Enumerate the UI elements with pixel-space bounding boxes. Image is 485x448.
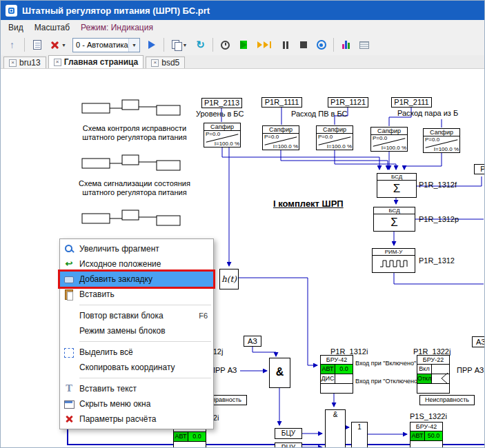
sapfir-i-value: I=100.0 % <box>215 141 239 147</box>
empty-icon <box>63 362 75 373</box>
menu-item-zoom-fragment[interactable]: Увеличить фрагмент <box>60 241 213 256</box>
tools-dropdown-button[interactable]: ▼ <box>46 37 70 53</box>
rim-block[interactable]: РИМ-У <box>372 248 415 273</box>
refresh-button[interactable]: ↻ <box>192 37 209 53</box>
value-cell: 0.0 <box>335 365 353 374</box>
toolbar: ↑ ▼ 0 - Автоматика ▼ ▼ ↻ <box>1 34 484 55</box>
sapfir-title: Сапфир <box>263 126 299 134</box>
sapfir-block-1[interactable]: Сапфир P=0.0I=100.0 % <box>204 123 241 147</box>
toolbar-separator <box>212 38 213 52</box>
bsd-block-1[interactable]: БСД Σ <box>377 173 417 198</box>
bru42-block-bottom-right[interactable]: БРУ-42 АВТ50.0 <box>410 422 443 447</box>
bru22-block[interactable]: БРУ-22 Вкл Откл <box>417 355 450 394</box>
menu-view[interactable]: Вид <box>3 21 29 34</box>
step-bar-icon <box>270 41 271 48</box>
menu-item-paste[interactable]: Вставить <box>60 287 213 302</box>
tab-bru13[interactable]: × bru13 <box>3 57 46 68</box>
pause-button[interactable] <box>277 37 294 53</box>
stop-button[interactable] <box>295 37 312 53</box>
az-box-right[interactable]: АЗ <box>472 336 484 347</box>
tag-box-p1r1121[interactable]: P1R_1121 <box>328 97 368 108</box>
menu-item-label: Вставить текст <box>79 384 137 394</box>
tag-box-p1r1111[interactable]: P1R_1111 <box>261 97 302 108</box>
menu-mode-indicator[interactable]: Режим: Индикация <box>75 21 159 34</box>
caption-flow-pv: Расход ПВ в БС <box>291 110 348 118</box>
paste-icon <box>63 289 75 300</box>
and-gate-bottom[interactable]: & <box>325 409 346 447</box>
menu-item-block-replace-mode[interactable]: Режим замены блоков <box>60 323 213 338</box>
az-box-left[interactable]: АЗ <box>244 336 261 347</box>
bru-header: БРУ-22 <box>417 356 449 365</box>
tab-bsd5[interactable]: × bsd5 <box>146 57 185 68</box>
menu-item-add-bookmark[interactable]: Добавить закладку <box>60 272 213 287</box>
undo-arrow-icon: ↩ <box>63 258 75 269</box>
tag-box-clipped-right[interactable]: P1R <box>474 164 484 174</box>
sapfir-block-4[interactable]: Сапфир P=0.0I=100.0 % <box>370 127 408 152</box>
sapfir-i-value: I=100.0 % <box>273 143 298 150</box>
step-button[interactable] <box>253 37 276 53</box>
report-button[interactable] <box>28 37 46 53</box>
scheme-canvas[interactable]: Схема контроля исправности штатного регу… <box>1 69 484 447</box>
prr-az-label-right: ПРР АЗ <box>457 366 484 374</box>
sigma-symbol: Σ <box>374 214 415 230</box>
sapfir-title: Сапфир <box>317 126 353 134</box>
table-button[interactable] <box>355 37 373 53</box>
refresh-icon: ↻ <box>196 39 205 51</box>
menu-separator <box>79 341 211 342</box>
mode-select-value: 0 - Автоматика <box>73 41 128 49</box>
sapfir-block-5[interactable]: Сапфир P=0.0I=100.0 % <box>423 128 460 153</box>
and-gate[interactable]: & <box>269 358 290 388</box>
fast-forward-icon <box>264 41 268 48</box>
fault-box-right[interactable]: Неисправность <box>419 395 475 405</box>
menu-scale[interactable]: Масштаб <box>29 21 75 34</box>
run-button[interactable] <box>143 37 160 53</box>
input-on-label: Вход при "Включено" <box>355 360 416 367</box>
close-icon[interactable]: × <box>9 59 17 67</box>
tab-main-page[interactable]: × Главная страница <box>48 55 144 68</box>
bsd-block-2[interactable]: БСД Σ <box>373 207 415 232</box>
tools-icon <box>50 40 60 50</box>
chevron-down-icon: ▼ <box>183 43 188 48</box>
scheme2-caption-line2: штатного регулятора питания <box>75 188 194 196</box>
menu-item-copy-coordinate[interactable]: Скопировать координату <box>60 360 213 375</box>
tag-box-p1r2113[interactable]: P1R_2113 <box>201 98 242 108</box>
menu-item-calc-params[interactable]: Параметры расчёта <box>60 411 213 427</box>
menu-item-hide-window-menu[interactable]: Скрыть меню окна <box>60 396 213 411</box>
bsd-header: БСД <box>377 174 416 181</box>
close-icon[interactable]: × <box>54 59 61 66</box>
menu-item-select-all[interactable]: Выделить всё <box>60 345 213 360</box>
menu-separator <box>79 305 211 305</box>
start-button[interactable] <box>235 37 252 53</box>
close-icon[interactable]: × <box>151 59 159 67</box>
sapfir-block-3[interactable]: Сапфир P=0.0I=100.0 % <box>316 125 353 150</box>
value-cell: 50.0 <box>425 431 442 440</box>
toolbar-separator <box>164 38 164 52</box>
or-gate-bottom[interactable]: 1 <box>351 422 368 447</box>
title-bar: Штатный регулятор питания (ШРП) БС.prt <box>1 1 484 20</box>
menu-item-repeat-block-insert[interactable]: Повтор вставки блока F6 <box>60 308 213 323</box>
ht-function-block[interactable]: h(t) <box>219 269 239 289</box>
bcu-box[interactable]: БЦУ <box>275 428 302 439</box>
menu-item-initial-position[interactable]: ↩ Исходное положение <box>60 256 213 272</box>
menu-item-label: Увеличить фрагмент <box>79 244 159 254</box>
chart-button[interactable] <box>337 37 355 53</box>
menu-item-label: Режим замены блоков <box>79 326 166 336</box>
copy-icon <box>172 40 181 50</box>
sapfir-block-2[interactable]: Сапфир P=0.0I=100.0 % <box>262 125 299 150</box>
mode-select[interactable]: 0 - Автоматика ▼ <box>72 38 140 52</box>
bru42-block-main[interactable]: БРУ-42 АВТ0.0 ДИС <box>320 355 353 394</box>
indication-radio-button[interactable] <box>313 37 330 53</box>
menu-bar: Вид Масштаб Режим: Индикация <box>1 20 484 34</box>
mode-dis-cell: ДИС <box>321 374 335 383</box>
navigate-up-button[interactable]: ↑ <box>3 37 21 53</box>
copy-dropdown-button[interactable]: ▼ <box>168 37 191 53</box>
tag-box-p1r2111[interactable]: P1R_2111 <box>391 97 432 108</box>
rcu-box[interactable]: РЦУ <box>275 442 302 447</box>
sapfir-title: Сапфир <box>424 129 459 136</box>
text-icon: T <box>63 383 75 394</box>
tag-p1r1312f: P1R_1312f <box>419 181 457 189</box>
combo-arrow-icon[interactable]: ▼ <box>128 39 139 52</box>
menu-item-insert-text[interactable]: T Вставить текст <box>60 381 213 396</box>
timer-button[interactable] <box>217 37 234 53</box>
mode-avt-cell: АВТ <box>174 432 188 441</box>
